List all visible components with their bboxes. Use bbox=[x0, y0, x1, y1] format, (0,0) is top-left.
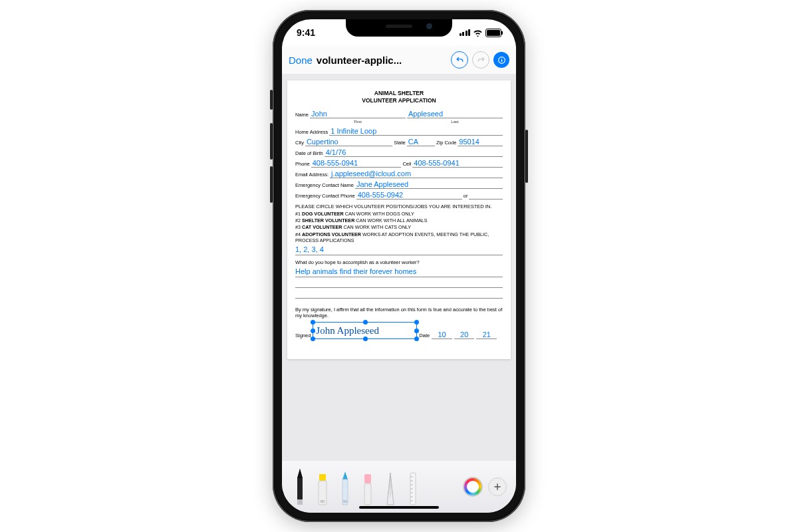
label-ec-name: Emergency Contact Name bbox=[295, 182, 354, 189]
field-city[interactable]: Cupertino bbox=[305, 138, 392, 146]
label-date: Date bbox=[419, 332, 430, 339]
label-address: Home Address bbox=[295, 129, 328, 136]
wifi-icon bbox=[473, 29, 483, 37]
field-cell[interactable]: 408-555-0941 bbox=[412, 159, 503, 168]
field-date-d[interactable]: 20 bbox=[454, 331, 475, 339]
sublabel-last: Last bbox=[407, 120, 503, 125]
redo-button[interactable] bbox=[472, 51, 489, 68]
add-button[interactable] bbox=[488, 477, 507, 496]
svg-rect-6 bbox=[364, 483, 371, 505]
field-ec-phone[interactable]: 408-555-0942 bbox=[356, 191, 462, 200]
battery-icon bbox=[485, 29, 501, 37]
svg-rect-5 bbox=[364, 474, 371, 483]
document-title: volunteer-applic... bbox=[317, 55, 402, 66]
position-3: #3 CAT VOLUNTEER CAN WORK WITH CATS ONLY bbox=[295, 224, 503, 230]
positions-prompt: PLEASE CIRCLE WHICH VOLUNTEER POSITIONS/… bbox=[295, 203, 503, 210]
pen-tool[interactable] bbox=[291, 467, 309, 506]
label-signed: Signed bbox=[295, 332, 311, 339]
eraser-tool[interactable] bbox=[359, 467, 376, 506]
signature-selection[interactable]: John Appleseed bbox=[313, 322, 417, 339]
form-header-1: ANIMAL SHELTER bbox=[295, 90, 503, 97]
label-ec-phone: Emergency Contact Phone bbox=[295, 193, 355, 200]
field-date-m[interactable]: 10 bbox=[432, 331, 452, 339]
label-email: Email Address: bbox=[295, 172, 329, 178]
sublabel-first: First bbox=[310, 120, 406, 125]
position-1: #1 DOG VOLUNTEER CAN WORK WITH DOGS ONLY bbox=[295, 211, 503, 217]
home-indicator[interactable] bbox=[359, 506, 439, 509]
pencil-tool[interactable]: 50 bbox=[336, 467, 354, 506]
blank-line-2[interactable] bbox=[295, 291, 503, 299]
field-date-y[interactable]: 21 bbox=[476, 331, 497, 339]
undo-button[interactable] bbox=[451, 51, 468, 68]
label-phone: Phone bbox=[295, 161, 310, 168]
label-dob: Date of Birth bbox=[295, 150, 323, 157]
done-button[interactable]: Done bbox=[289, 55, 313, 66]
markup-button[interactable] bbox=[493, 52, 509, 68]
field-email[interactable]: j.appleseed@icloud.com bbox=[330, 170, 503, 178]
position-2: #2 SHELTER VOLUNTEER CAN WORK WITH ALL A… bbox=[295, 217, 503, 223]
cellular-icon bbox=[460, 29, 471, 36]
lasso-tool[interactable] bbox=[382, 467, 399, 506]
nav-bar: Done volunteer-applic... bbox=[282, 46, 516, 74]
label-or: or bbox=[464, 193, 468, 200]
field-address[interactable]: 1 Infinite Loop bbox=[329, 127, 503, 136]
ruler-tool[interactable] bbox=[404, 467, 422, 506]
svg-rect-1 bbox=[297, 499, 303, 505]
label-zip: Zip Code bbox=[436, 140, 456, 146]
label-city: City bbox=[295, 140, 304, 146]
position-4: #4 ADOPTIONS VOLUNTEER WORKS AT ADOPTION… bbox=[295, 231, 503, 244]
field-ec-name[interactable]: Jane Appleseed bbox=[355, 180, 503, 189]
field-dob[interactable]: 4/1/76 bbox=[325, 148, 503, 157]
blank-line-1[interactable] bbox=[295, 281, 503, 288]
label-cell: Cell bbox=[402, 161, 411, 168]
highlighter-opacity: 80 bbox=[321, 499, 325, 503]
field-first-name[interactable]: John bbox=[310, 110, 406, 118]
document-page[interactable]: ANIMAL SHELTER VOLUNTEER APPLICATION Nam… bbox=[287, 80, 511, 359]
field-last-name[interactable]: Appleseed bbox=[407, 110, 503, 118]
field-ec-alt[interactable] bbox=[469, 199, 503, 200]
label-name: Name bbox=[295, 112, 309, 118]
iphone-frame: 9:41 Done volunteer-applic... bbox=[273, 10, 525, 522]
notch bbox=[346, 19, 452, 37]
label-state: State bbox=[394, 140, 406, 146]
accomplish-question: What do you hope to accomplish as a volu… bbox=[295, 259, 503, 266]
status-time: 9:41 bbox=[297, 27, 315, 38]
field-phone[interactable]: 408-555-0941 bbox=[311, 159, 402, 168]
document-viewport[interactable]: ANIMAL SHELTER VOLUNTEER APPLICATION Nam… bbox=[282, 74, 516, 461]
affirmation-text: By my signature, I affirm that all the i… bbox=[295, 307, 503, 320]
screen: 9:41 Done volunteer-applic... bbox=[282, 19, 516, 513]
color-picker[interactable] bbox=[463, 477, 483, 497]
field-zip[interactable]: 95014 bbox=[458, 138, 503, 146]
field-positions-answer[interactable]: 1, 2, 3, 4 bbox=[295, 245, 503, 255]
form-header-2: VOLUNTEER APPLICATION bbox=[295, 97, 503, 104]
field-accomplish-answer[interactable]: Help animals find their forever homes bbox=[295, 267, 503, 277]
highlighter-tool[interactable]: 80 bbox=[314, 467, 331, 506]
pencil-opacity: 50 bbox=[343, 499, 348, 503]
field-state[interactable]: CA bbox=[407, 138, 435, 146]
markup-toolbar: 80 50 bbox=[282, 461, 516, 513]
svg-rect-2 bbox=[319, 474, 326, 481]
